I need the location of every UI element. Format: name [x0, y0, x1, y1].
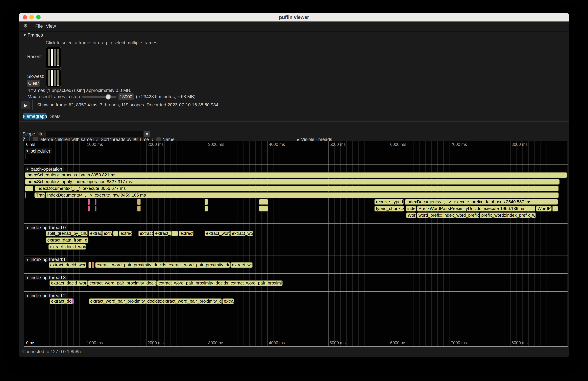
frames-hint: Click to select a frame, or drag to sele…: [46, 40, 158, 45]
slider-knob[interactable]: [105, 94, 111, 100]
grid-line: [407, 141, 407, 346]
ruler-label-bottom: 4000 ms: [269, 340, 285, 345]
thread-header[interactable]: ▼indexing-thread:1: [25, 257, 68, 262]
flame-bar[interactable]: extract_word_pair_proximity_docids::extr…: [89, 298, 222, 304]
flame-bar[interactable]: [88, 231, 88, 236]
flame-bar[interactable]: [137, 199, 141, 205]
flame-bar[interactable]: extract_: [138, 231, 153, 236]
grid-line: [413, 141, 414, 346]
flame-bar[interactable]: Word: [406, 212, 416, 218]
flame-bar[interactable]: extract_word_pair_proximity_docids::extr…: [157, 280, 283, 286]
flame-bar[interactable]: word_prefix::index_word_prefix_: [417, 212, 480, 218]
flame-bar[interactable]: IndexDocuments<_, _>::execute_raw 8459.1…: [46, 192, 559, 198]
tab-flamegraph[interactable]: Flamegraph: [23, 113, 46, 120]
flame-bar[interactable]: [25, 186, 33, 191]
theme-toggle-icon[interactable]: ☀: [23, 23, 28, 29]
flame-bar[interactable]: extrac: [119, 231, 132, 236]
flame-bar[interactable]: extract_word_pair_proximity_docids::extr…: [95, 262, 230, 268]
grid-line: [195, 141, 195, 346]
flame-bar[interactable]: [88, 262, 91, 268]
menu-view[interactable]: View: [46, 23, 56, 29]
slowest-frames-thumbnail[interactable]: [46, 69, 61, 87]
flame-bar[interactable]: [205, 199, 208, 205]
clear-button[interactable]: Clear: [27, 80, 40, 87]
flame-bar[interactable]: extract::data_from_ob: [46, 237, 88, 243]
frame-status: Showing frame #2, 8957.4 ms, 7 threads, …: [37, 102, 220, 107]
grid-line: [559, 141, 559, 346]
flame-bar[interactable]: [95, 199, 97, 205]
flame-bar[interactable]: [88, 199, 90, 205]
flame-bar[interactable]: extract: [89, 231, 102, 236]
flame-bar[interactable]: [92, 262, 94, 268]
flame-bar[interactable]: extract_word_pair_proximity_docids: [88, 280, 157, 286]
flame-bar[interactable]: [72, 298, 73, 304]
flame-bar[interactable]: IndexScheduler>::process_batch 8953.821 …: [25, 172, 567, 178]
flame-bar[interactable]: IndexDocuments<_, _>::execute_prefix_dat…: [405, 199, 558, 205]
menu-file[interactable]: File: [35, 23, 43, 29]
frames-summary: 4 frames (1 unpacked) using approximatel…: [27, 88, 131, 93]
flame-bar[interactable]: Trans: [34, 192, 45, 198]
grid-line: [286, 141, 286, 346]
flame-bar[interactable]: extract_word: [205, 231, 230, 236]
flame-bar[interactable]: extract_wo: [231, 262, 252, 268]
flame-bar[interactable]: [25, 154, 25, 159]
grid-line: [352, 141, 353, 346]
thread-separator: [24, 291, 567, 292]
flame-bar[interactable]: [113, 231, 118, 236]
flame-bar[interactable]: extract_doc: [50, 298, 74, 304]
tab-stats[interactable]: Stats: [50, 114, 61, 119]
thread-separator: [24, 223, 567, 224]
flame-bar[interactable]: [259, 199, 268, 205]
flame-bar[interactable]: [88, 206, 90, 212]
flame-bar[interactable]: receive_typed_: [374, 199, 404, 205]
flame-bar[interactable]: [25, 192, 26, 198]
flame-bar[interactable]: extract_wo: [231, 231, 253, 236]
thread-separator: [24, 165, 567, 165]
flame-bar[interactable]: extrac: [222, 298, 234, 304]
chevron-down-icon: ▼: [26, 276, 29, 279]
flame-bar[interactable]: typed_chunk::w: [374, 206, 404, 212]
clear-filter-button[interactable]: x: [144, 131, 150, 137]
flame-bar[interactable]: index: [406, 206, 416, 212]
max-frames-slider[interactable]: [82, 96, 116, 98]
flame-bar[interactable]: extract_w: [154, 231, 171, 236]
frames-collapsible-header[interactable]: ▼ Frames: [23, 33, 43, 38]
grid-line: [67, 141, 68, 346]
grid-line: [146, 141, 147, 346]
flame-bar[interactable]: [205, 206, 208, 212]
ruler-label-top: 5000 ms: [330, 142, 346, 147]
flamegraph-canvas[interactable]: 0 ms0 ms1000 ms1000 ms2000 ms2000 ms3000…: [24, 141, 568, 347]
chevron-down-icon: ▼: [26, 168, 29, 171]
flame-bar[interactable]: [259, 206, 268, 212]
max-frames-value[interactable]: 18000: [119, 93, 134, 100]
flame-bar[interactable]: prefix_word::index_prefix_wo: [480, 212, 536, 218]
scope-filter-input[interactable]: [46, 130, 144, 138]
flame-bar[interactable]: extract_docid_word: [49, 262, 86, 268]
flame-bar[interactable]: [95, 206, 97, 212]
flame-bar[interactable]: [137, 206, 141, 212]
flame-bar[interactable]: PrefixWordPairsProximityDocids::execute …: [417, 206, 535, 212]
thread-header[interactable]: ▼indexing-thread:3: [25, 275, 68, 280]
flame-bar[interactable]: extract_docid_word: [49, 280, 88, 286]
flame-bar[interactable]: split_grenad_by_chun: [46, 231, 88, 236]
play-button[interactable]: ▶: [21, 101, 30, 109]
flame-bar[interactable]: [552, 206, 558, 212]
flame-bar[interactable]: IndexDocuments<_, _>::execute 8656.677 m…: [35, 186, 559, 191]
recent-frames-thumbnail[interactable]: [46, 47, 61, 68]
connection-status: Connected to 127.0.0.1:8585: [22, 349, 81, 354]
thread-header[interactable]: ▼indexing-thread:0: [25, 225, 68, 230]
frame-thumbnail-bar: [51, 49, 53, 66]
flame-bar[interactable]: [171, 231, 178, 236]
flame-bar[interactable]: IndexScheduler>::apply_index_operation 8…: [25, 179, 560, 185]
grid-line: [152, 141, 152, 346]
grid-line: [110, 141, 110, 346]
flame-bar[interactable]: extra: [102, 231, 112, 236]
flame-bar[interactable]: extract_docid_word: [48, 244, 86, 250]
thread-header[interactable]: ▼indexing-thread:2: [25, 293, 68, 298]
flame-bar[interactable]: extract: [179, 231, 193, 236]
grid-line: [492, 141, 492, 346]
flame-bar[interactable]: [405, 206, 405, 212]
thread-header[interactable]: ▼scheduler: [25, 148, 52, 154]
flame-bar[interactable]: WordPr: [536, 206, 552, 212]
thread-header[interactable]: ▼batch-operation: [25, 167, 64, 172]
